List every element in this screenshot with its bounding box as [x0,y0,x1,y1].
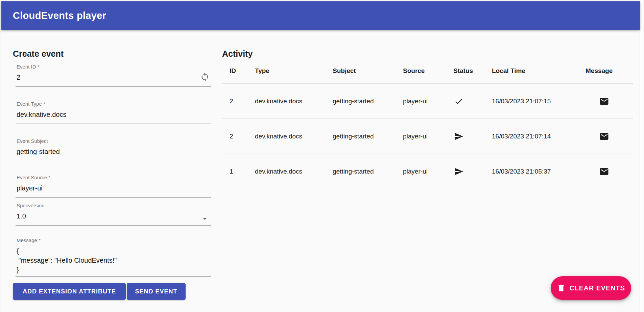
send-icon [454,132,463,141]
cell-subject: getting-started [333,133,403,140]
trash-icon [557,284,566,292]
event-type-label: Event Type * [16,101,211,107]
col-header-id: ID [230,64,255,75]
cell-subject: getting-started [333,98,403,105]
col-header-source: Source [403,64,453,75]
status-cell [453,97,492,106]
cell-id: 2 [230,98,255,105]
vertical-scrollbar[interactable] [640,0,644,312]
specversion-select[interactable]: Specversion 1.0 [16,201,211,226]
col-header-message: Message [586,64,633,75]
activity-heading: Activity [222,49,253,59]
event-subject-field[interactable]: Event Subject getting-started [16,136,211,161]
app-title: CloudEvents player [13,10,106,21]
event-source-label: Event Source * [16,175,211,181]
sync-icon[interactable] [200,72,210,82]
event-id-value[interactable]: 2 [16,73,211,81]
table-row[interactable]: 2 dev.knative.docs getting-started playe… [222,84,633,119]
message-cell[interactable] [586,131,633,141]
message-cell[interactable] [586,96,633,106]
status-cell [453,167,492,176]
cloudevents-player-page: CloudEvents player Create event Event ID… [0,0,644,312]
event-type-value[interactable]: dev.knative.docs [16,110,211,119]
col-header-local-time: Local Time [492,64,586,75]
cell-local-time: 16/03/2023 21:05:37 [492,168,586,175]
table-row[interactable]: 1 dev.knative.docs getting-started playe… [222,154,633,189]
event-id-field[interactable]: Event ID * 2 [16,62,211,87]
activity-table: ID Type Subject Source Status Local Time… [222,64,633,189]
specversion-value[interactable]: 1.0 [16,212,211,220]
cell-local-time: 16/03/2023 21:07:15 [492,98,586,105]
event-type-field[interactable]: Event Type * dev.knative.docs [16,99,211,124]
email-icon[interactable] [599,96,609,106]
message-field[interactable]: Message * { "message": "Hello CloudEvent… [16,235,211,277]
message-label: Message * [16,237,211,243]
check-icon [454,97,463,106]
email-icon[interactable] [599,131,609,141]
cell-source: player-ui [403,133,453,140]
cell-id: 1 [230,168,255,175]
clear-events-button[interactable]: CLEAR EVENTS [551,276,631,300]
cell-id: 2 [230,133,255,140]
event-subject-value[interactable]: getting-started [16,148,211,156]
cell-local-time: 16/03/2023 21:07:14 [492,133,586,140]
event-id-label: Event ID * [16,64,211,70]
event-source-value[interactable]: player-ui [16,184,211,192]
cell-type: dev.knative.docs [255,98,333,105]
status-cell [453,132,492,141]
event-source-field[interactable]: Event Source * player-ui [16,173,211,198]
add-extension-attribute-button[interactable]: ADD EXTENSION ATTRIBUTE [13,283,126,300]
message-cell[interactable] [586,166,633,177]
cell-type: dev.knative.docs [255,133,333,140]
cell-type: dev.knative.docs [255,168,333,175]
specversion-label: Specversion [16,203,211,209]
cell-subject: getting-started [333,168,403,175]
col-header-type: Type [255,64,333,75]
clear-events-label: CLEAR EVENTS [569,284,625,292]
dropdown-arrow-icon[interactable] [201,215,209,223]
cell-source: player-ui [403,98,453,105]
window-left-edge [0,0,0,312]
message-value[interactable]: { "message": "Hello CloudEvents!" } [16,246,211,275]
col-header-subject: Subject [333,64,403,75]
send-icon [454,167,463,176]
col-header-status: Status [453,64,492,75]
create-event-heading: Create event [13,49,64,59]
activity-table-header: ID Type Subject Source Status Local Time… [222,64,633,84]
send-event-button[interactable]: SEND EVENT [127,283,186,300]
app-bar: CloudEvents player [1,1,640,30]
cell-source: player-ui [403,168,453,175]
email-icon[interactable] [599,166,609,177]
table-row[interactable]: 2 dev.knative.docs getting-started playe… [222,119,633,154]
event-subject-label: Event Subject [16,138,211,144]
